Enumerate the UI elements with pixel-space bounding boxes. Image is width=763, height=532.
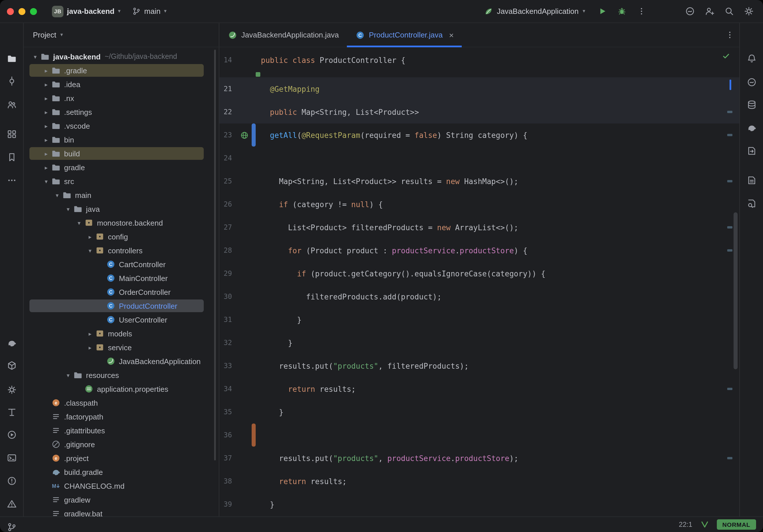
chevron-expanded-icon[interactable]: ▾ <box>74 220 84 226</box>
build-tool-button[interactable] <box>3 335 20 351</box>
code-line-35[interactable]: 35 } <box>219 400 739 424</box>
endpoint-gutter-icon[interactable] <box>237 131 252 139</box>
structure-tool-button[interactable] <box>3 126 20 142</box>
stripe-change-mark[interactable] <box>727 388 732 390</box>
run-tool-button[interactable] <box>3 426 20 443</box>
tree-item-resources[interactable]: ▾resources <box>24 368 219 382</box>
stripe-change-mark[interactable] <box>727 457 732 459</box>
code-line-32[interactable]: 32 } <box>219 331 739 354</box>
tree-item-bin[interactable]: ▸bin <box>24 133 219 147</box>
code-line-31[interactable]: 31 } <box>219 308 739 331</box>
tree-item-build-gradle[interactable]: build.gradle <box>24 465 219 479</box>
notifications-tool-button[interactable] <box>743 50 760 66</box>
vim-mode-badge[interactable]: NORMAL <box>716 519 756 530</box>
tree-item--vscode[interactable]: ▸.vscode <box>24 119 219 133</box>
tree-item-build[interactable]: ▸build <box>24 147 219 160</box>
tree-item-javabackendapplication[interactable]: JavaBackendApplication <box>24 354 219 368</box>
code-line-24[interactable]: 24 <box>219 147 739 170</box>
tree-item--factorypath[interactable]: .factorypath <box>24 410 219 424</box>
tree-item-main[interactable]: ▾main <box>24 188 219 202</box>
tree-item--idea[interactable]: ▸.idea <box>24 77 219 91</box>
gradle-tool-button[interactable] <box>743 119 760 136</box>
code-line-28[interactable]: 28 for (Product product : productService… <box>219 239 739 262</box>
ideavim-icon[interactable] <box>701 520 708 529</box>
database-tool-button[interactable] <box>743 96 760 113</box>
documentation-tool-button[interactable] <box>743 172 760 188</box>
chevron-collapsed-icon[interactable]: ▸ <box>85 344 95 351</box>
debug-button[interactable] <box>614 4 629 19</box>
tree-item-java[interactable]: ▾java <box>24 202 219 216</box>
code-with-me-button[interactable] <box>702 4 717 19</box>
code-line-39[interactable]: 39 } <box>219 493 739 516</box>
endpoints-tool-button[interactable] <box>743 143 760 159</box>
ai-assistant-button[interactable] <box>682 4 697 19</box>
chevron-collapsed-icon[interactable]: ▸ <box>42 137 51 143</box>
chevron-expanded-icon[interactable]: ▾ <box>85 247 95 254</box>
services-tool-button[interactable] <box>3 381 20 397</box>
project-panel-header[interactable]: Project ▾ <box>24 23 219 47</box>
tree-item-changelog-md[interactable]: MCHANGELOG.md <box>24 479 219 493</box>
code-line-33[interactable]: 33 results.put("products", filteredProdu… <box>219 354 739 377</box>
stripe-change-mark[interactable] <box>727 249 732 252</box>
tree-item-cartcontroller[interactable]: CCartController <box>24 257 219 271</box>
pull-requests-tool-button[interactable] <box>3 96 20 113</box>
search-everywhere-button[interactable] <box>721 4 736 19</box>
tree-item-controllers[interactable]: ▾controllers <box>24 244 219 257</box>
dependencies-tool-button[interactable] <box>3 357 20 373</box>
close-window-button[interactable] <box>7 8 14 15</box>
tree-item--gitattributes[interactable]: .gitattributes <box>24 424 219 437</box>
chevron-collapsed-icon[interactable]: ▸ <box>42 164 51 170</box>
code-line-29[interactable]: 29 if (product.getCategory().equalsIgnor… <box>219 262 739 285</box>
folded-region[interactable] <box>219 71 739 77</box>
tree-item-gradle[interactable]: ▸gradle <box>24 160 219 174</box>
stripe-caret-mark[interactable] <box>729 80 731 90</box>
version-control-tool-button[interactable] <box>3 519 20 532</box>
chevron-expanded-icon[interactable]: ▾ <box>31 53 40 60</box>
code-line-21[interactable]: 21 @GetMapping <box>219 77 739 100</box>
code-line-36[interactable]: 36 <box>219 424 739 447</box>
editor[interactable]: 14public class ProductController {21 @Ge… <box>219 47 739 516</box>
chevron-collapsed-icon[interactable]: ▸ <box>42 109 51 115</box>
hierarchy-tool-button[interactable] <box>3 404 20 420</box>
code-line-23[interactable]: 23 getAll(@RequestParam(required = false… <box>219 124 739 147</box>
project-scrollbar[interactable] <box>214 50 216 461</box>
project-widget[interactable]: JB java-backend ▾ <box>52 5 121 17</box>
tab-javabackendapplication-java[interactable]: JavaBackendApplication.java <box>219 23 347 47</box>
tree-item--gradle[interactable]: ▸.gradle <box>24 63 219 77</box>
tree-item-ordercontroller[interactable]: COrderController <box>24 285 219 299</box>
tree-item--nx[interactable]: ▸.nx <box>24 91 219 105</box>
chevron-collapsed-icon[interactable]: ▸ <box>42 150 51 157</box>
tree-item--project[interactable]: e.project <box>24 451 219 465</box>
chevron-collapsed-icon[interactable]: ▸ <box>85 330 95 337</box>
caret-position[interactable]: 22:1 <box>679 520 692 529</box>
tree-item-src[interactable]: ▾src <box>24 174 219 188</box>
code-line-25[interactable]: 25 Map<String, List<Product>> results = … <box>219 170 739 193</box>
code-line-26[interactable]: 26 if (category != null) { <box>219 193 739 216</box>
stripe-change-mark[interactable] <box>727 111 732 113</box>
code-line-22[interactable]: 22 public Map<String, List<Product>> <box>219 100 739 124</box>
code-line-34[interactable]: 34 return results; <box>219 377 739 400</box>
tree-item--gitignore[interactable]: .gitignore <box>24 437 219 451</box>
tree-item-models[interactable]: ▸models <box>24 327 219 341</box>
settings-button[interactable] <box>741 4 756 19</box>
minimize-window-button[interactable] <box>19 8 25 15</box>
tree-item-maincontroller[interactable]: CMainController <box>24 271 219 285</box>
tree-item--classpath[interactable]: e.classpath <box>24 396 219 410</box>
tree-item-productcontroller[interactable]: CProductController <box>24 299 219 313</box>
chevron-collapsed-icon[interactable]: ▸ <box>42 67 51 73</box>
chevron-expanded-icon[interactable]: ▾ <box>53 192 62 198</box>
chevron-expanded-icon[interactable]: ▾ <box>63 372 73 378</box>
tree-item-java-backend[interactable]: ▾java-backend~/Github/java-backend <box>24 50 219 63</box>
run-button[interactable] <box>595 4 609 19</box>
tree-item-gradlew-bat[interactable]: gradlew.bat <box>24 507 219 516</box>
tree-item-gradlew[interactable]: gradlew <box>24 493 219 507</box>
chevron-collapsed-icon[interactable]: ▸ <box>42 95 51 101</box>
code-line-30[interactable]: 30 filteredProducts.add(product); <box>219 285 739 308</box>
tree-item-usercontroller[interactable]: CUserController <box>24 313 219 327</box>
find-in-files-tool-button[interactable] <box>743 195 760 211</box>
tree-item-service[interactable]: ▸service <box>24 341 219 354</box>
run-configuration-widget[interactable]: JavaBackendApplication ▾ <box>484 7 585 16</box>
close-tab-icon[interactable]: × <box>449 31 454 39</box>
code-line-27[interactable]: 27 List<Product> filteredProducts = new … <box>219 216 739 239</box>
bookmarks-tool-button[interactable] <box>3 149 20 165</box>
